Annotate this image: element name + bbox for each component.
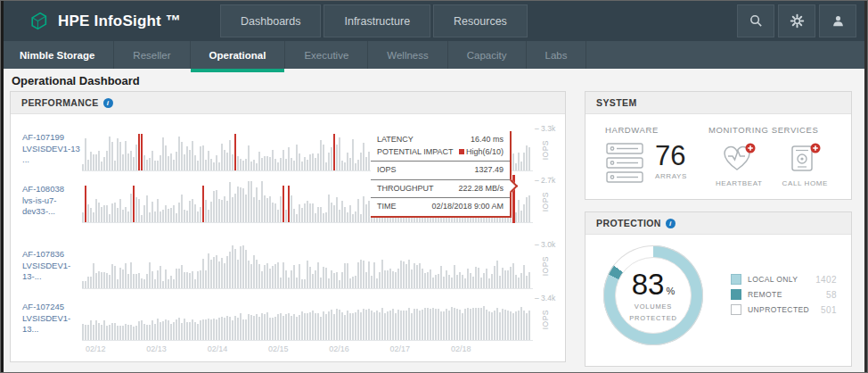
time-value: 02/18/2018 9:00 AM xyxy=(431,201,504,213)
chart-bar xyxy=(347,311,348,340)
donut-caption-line2: PROTECTED xyxy=(629,314,676,322)
y-axis-unit: IOPS xyxy=(541,192,550,211)
chart-bar xyxy=(266,198,268,222)
volumes-protected-donut-chart[interactable]: 83 % VOLUMES PROTECTED xyxy=(603,245,703,345)
chart-bar xyxy=(221,144,223,170)
chart-bar xyxy=(312,203,314,222)
tab-labs[interactable]: Labs xyxy=(527,41,587,69)
chart-bar xyxy=(301,279,303,288)
chart-bar xyxy=(339,210,340,222)
chart-bar xyxy=(90,208,92,222)
tab-capacity[interactable]: Capacity xyxy=(448,41,527,69)
array-label[interactable]: AF-107245LVSISDEV1-13... xyxy=(11,302,82,336)
tab-nimble-storage[interactable]: Nimble Storage xyxy=(1,41,114,69)
legend-swatch-local-only-icon xyxy=(731,274,741,285)
nav-item-infrastructure[interactable]: Infrastructure xyxy=(323,4,430,37)
chart-bar xyxy=(143,155,145,170)
tab-executive[interactable]: Executive xyxy=(285,41,368,69)
chart-bar xyxy=(459,310,461,340)
chart-bar xyxy=(288,313,290,340)
search-button[interactable] xyxy=(737,4,774,37)
settings-button[interactable] xyxy=(778,4,815,37)
chart-bar xyxy=(427,272,429,288)
array-row-af-107245: AF-107245LVSISDEV1-13...3.4kIOPS xyxy=(11,296,565,341)
chart-bar xyxy=(376,311,378,340)
chart-bar xyxy=(317,207,319,222)
chart-bar xyxy=(240,313,242,340)
chart-bar xyxy=(269,196,271,222)
chart-bar xyxy=(528,311,530,340)
chart-bar xyxy=(210,260,212,288)
chart-bar xyxy=(280,158,282,170)
info-icon[interactable] xyxy=(666,219,676,228)
chart-bar xyxy=(125,324,127,340)
chart-bar xyxy=(368,152,370,170)
nav-item-resources[interactable]: Resources xyxy=(433,4,528,37)
chart-bar xyxy=(502,309,504,340)
brand[interactable]: HPE InfoSight ™ xyxy=(28,10,181,32)
info-icon[interactable] xyxy=(103,98,113,108)
chart-bar xyxy=(411,269,413,288)
tab-operational[interactable]: Operational xyxy=(191,41,286,69)
chart-bar xyxy=(117,138,119,170)
performance-panel-header: PERFORMANCE xyxy=(11,92,565,114)
array-label[interactable]: AF-107199LVSISDEV1-13 ... xyxy=(11,132,82,166)
chart-bar xyxy=(162,321,164,340)
chart-bar xyxy=(200,207,201,222)
chart-bar xyxy=(360,153,362,170)
volume-name: LVSISDEV1-13... xyxy=(22,313,82,336)
time-label: TIME xyxy=(377,201,397,213)
chart-bar xyxy=(392,309,394,340)
chart-bar xyxy=(248,145,250,170)
chart-bar xyxy=(181,142,183,170)
tab-bar: Nimble StorageResellerOperationalExecuti… xyxy=(1,41,867,69)
protected-percent: 83 xyxy=(632,269,665,299)
chart-tooltip: LATENCY 16.40 ms POTENTIAL IMPACT High(6… xyxy=(371,131,512,218)
user-button[interactable] xyxy=(819,4,856,37)
chart-bar xyxy=(352,139,354,170)
iops-sparkline[interactable] xyxy=(82,243,533,289)
chart-bar xyxy=(242,188,244,222)
chart-bar xyxy=(309,312,311,340)
chart-bar xyxy=(178,137,180,170)
chart-bar xyxy=(237,260,239,288)
chart-bar xyxy=(371,311,373,340)
tooltip-iops-section: IOPS 1327.49 xyxy=(371,161,510,179)
chart-bar xyxy=(221,317,223,340)
chart-bar xyxy=(523,153,525,170)
chart-bar xyxy=(229,252,231,288)
chart-bar xyxy=(87,277,89,288)
chart-bar xyxy=(130,262,132,288)
chart-bar xyxy=(127,325,129,340)
array-label[interactable]: AF-108038lvs-is-u7-dev33-... xyxy=(11,184,82,218)
chart-bar xyxy=(224,150,225,170)
chart-bar xyxy=(114,323,116,340)
iops-sparkline[interactable] xyxy=(82,296,533,341)
chart-bar xyxy=(349,278,351,288)
chart-bar xyxy=(149,325,151,340)
nav-item-dashboards[interactable]: Dashboards xyxy=(220,4,321,37)
tab-reseller[interactable]: Reseller xyxy=(114,41,190,69)
chart-bar xyxy=(288,186,290,222)
call-home-label: CALL HOME xyxy=(782,179,828,187)
legend-item-local-only: LOCAL ONLY1402 xyxy=(731,274,837,285)
chart-bar xyxy=(312,311,314,340)
array-count-unit: ARRAYS xyxy=(655,172,687,180)
chart-bar xyxy=(103,272,105,288)
array-label[interactable]: AF-107836LVSISDEV1-13-... xyxy=(11,249,82,283)
chart-bar xyxy=(103,320,105,340)
chart-bar xyxy=(272,318,274,340)
y-axis-unit: IOPS xyxy=(541,310,550,329)
x-axis-date: 02/13 xyxy=(146,344,167,353)
chart-bar xyxy=(528,147,530,170)
tooltip-time-section: TIME 02/18/2018 9:00 AM xyxy=(371,197,510,216)
monitoring-label: MONITORING SERVICES xyxy=(708,125,828,135)
chart-bar xyxy=(291,158,292,170)
chart-bar xyxy=(360,312,362,340)
chart-bar xyxy=(200,270,201,288)
tab-wellness[interactable]: Wellness xyxy=(368,41,447,69)
chart-bar xyxy=(176,269,177,288)
chart-bar xyxy=(518,153,520,170)
chart-bar xyxy=(328,311,330,340)
chart-bar xyxy=(181,323,183,340)
